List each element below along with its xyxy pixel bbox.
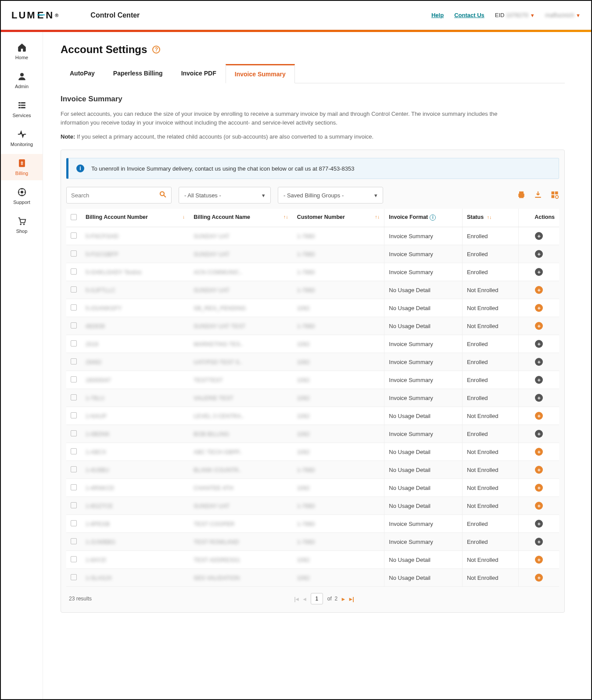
tab-invoicepdf[interactable]: Invoice PDF [172, 64, 226, 83]
row-action-button[interactable]: + [535, 538, 543, 546]
billing-groups-label: - Saved Billing Groups - [283, 192, 344, 199]
row-action-button[interactable]: + [535, 232, 543, 240]
row-checkbox[interactable] [71, 574, 77, 580]
row-checkbox[interactable] [71, 502, 77, 508]
row-action-button[interactable]: + [535, 358, 543, 366]
row-checkbox[interactable] [71, 484, 77, 490]
cell-status: Not Enrolled [462, 443, 518, 461]
sidebar-item-label: Support [13, 200, 30, 205]
row-action-button[interactable]: + [535, 556, 543, 564]
page-first-button[interactable]: |◂ [294, 596, 299, 602]
row-checkbox[interactable] [71, 322, 77, 329]
row-checkbox[interactable] [71, 520, 77, 526]
sidebar-item-admin[interactable]: Admin [1, 67, 43, 93]
sidebar-item-monitoring[interactable]: Monitoring [1, 125, 43, 151]
row-checkbox[interactable] [71, 376, 77, 382]
row-checkbox[interactable] [71, 430, 77, 436]
row-action-button[interactable]: + [535, 430, 543, 438]
row-checkbox[interactable] [71, 394, 77, 400]
page-last-button[interactable]: ▸| [349, 596, 354, 602]
row-checkbox[interactable] [71, 556, 77, 562]
cell-status: Not Enrolled [462, 569, 518, 587]
search-input[interactable] [71, 192, 159, 199]
sidebar-item-shop[interactable]: Shop [1, 212, 43, 238]
eid-display[interactable]: EID 1078270▼ [495, 12, 535, 18]
row-action-button[interactable]: + [535, 340, 543, 348]
contact-link[interactable]: Contact Us [454, 12, 484, 18]
sidebar-item-services[interactable]: Services [1, 96, 43, 122]
row-action-button[interactable]: + [535, 574, 543, 582]
cell-status: Not Enrolled [462, 497, 518, 515]
billing-groups-filter[interactable]: - Saved Billing Groups -▾ [278, 187, 383, 204]
row-action-button[interactable]: + [535, 268, 543, 276]
row-checkbox[interactable] [71, 250, 77, 257]
col-name-label: Billing Account Name [194, 214, 250, 220]
cell-status: Enrolled [462, 515, 518, 533]
row-action-button[interactable]: + [535, 466, 543, 474]
row-checkbox[interactable] [71, 412, 77, 418]
sidebar-item-billing[interactable]: Billing [1, 154, 43, 180]
cell-name: TEST ROWLAND [194, 539, 239, 545]
row-checkbox[interactable] [71, 466, 77, 472]
row-action-button[interactable]: + [535, 286, 543, 294]
row-action-button[interactable]: + [535, 322, 543, 330]
row-action-button[interactable]: + [535, 394, 543, 402]
col-name[interactable]: Billing Account Name↑↓ [189, 209, 293, 227]
table-row: 1-NAUPLEVEL 3 CENTRA..1092No Usage Detai… [66, 407, 559, 425]
row-action-button[interactable]: + [535, 250, 543, 258]
table-row: 1-2UWBBGTEST ROWLAND1-7860Invoice Summar… [66, 533, 559, 551]
row-action-button[interactable]: + [535, 412, 543, 420]
cell-cust: 1-7860 [297, 233, 315, 239]
row-checkbox[interactable] [71, 538, 77, 544]
sidebar-item-home[interactable]: Home [1, 38, 43, 64]
search-icon[interactable] [159, 190, 167, 200]
page-prev-button[interactable]: ◂ [303, 596, 306, 602]
search-box[interactable] [66, 187, 172, 204]
page-next-button[interactable]: ▸ [342, 596, 345, 602]
sidebar-item-support[interactable]: Support [1, 183, 43, 209]
table-row: 1-SLASJXSES VALIDATION1092No Usage Detai… [66, 569, 559, 587]
cell-name: BOB BILLING [194, 431, 229, 437]
download-icon[interactable] [534, 190, 542, 200]
row-checkbox[interactable] [71, 268, 77, 275]
print-icon[interactable] [517, 190, 526, 200]
chevron-down-icon: ▼ [530, 13, 535, 18]
status-filter[interactable]: - All Statuses -▾ [179, 187, 271, 204]
row-action-button[interactable]: + [535, 304, 543, 312]
info-icon[interactable]: i [430, 214, 436, 221]
user-menu[interactable]: maffucinich▼ [545, 12, 581, 18]
row-action-button[interactable]: + [535, 448, 543, 456]
table-row: 1-ABCXABC TECH GBPP..1092No Usage Detail… [66, 443, 559, 461]
row-action-button[interactable]: + [535, 376, 543, 384]
cell-name: UAT/PSD TEST S.. [194, 359, 242, 365]
page-input[interactable] [311, 593, 323, 604]
row-action-button[interactable]: + [535, 484, 543, 492]
help-link[interactable]: Help [431, 12, 444, 18]
app-name: Control Center [90, 11, 140, 19]
cell-ban: 1-0BDNK [86, 431, 110, 437]
info-banner-text: To unenroll in Invoice Summary delivery,… [91, 165, 355, 172]
row-checkbox[interactable] [71, 448, 77, 454]
tab-autopay[interactable]: AutoPay [61, 64, 104, 83]
note-text: If you select a primary account, the rel… [75, 133, 373, 140]
row-checkbox[interactable] [71, 358, 77, 364]
col-ban[interactable]: Billing Account Number↓ [81, 209, 189, 227]
settings-icon[interactable] [550, 190, 559, 200]
select-all-checkbox[interactable] [71, 214, 77, 220]
tab-paperless[interactable]: Paperless Billing [104, 64, 172, 83]
row-action-button[interactable]: + [535, 520, 543, 528]
row-action-button[interactable]: + [535, 502, 543, 510]
cell-name: TESTTEST [194, 377, 222, 383]
cell-name: ABC TECH GBPP.. [194, 449, 242, 455]
status-filter-label: - All Statuses - [184, 192, 221, 199]
cell-status: Not Enrolled [462, 407, 518, 425]
row-checkbox[interactable] [71, 286, 77, 293]
tab-summary[interactable]: Invoice Summary [226, 64, 295, 83]
col-status[interactable]: Status ↑↓ [462, 209, 518, 227]
col-cust[interactable]: Customer Number↑↓ [293, 209, 384, 227]
row-checkbox[interactable] [71, 304, 77, 311]
cell-ban: 5-GHKLGHDY Testinc [86, 269, 142, 275]
row-checkbox[interactable] [71, 340, 77, 346]
row-checkbox[interactable] [71, 232, 77, 239]
help-icon[interactable]: ? [152, 46, 160, 54]
